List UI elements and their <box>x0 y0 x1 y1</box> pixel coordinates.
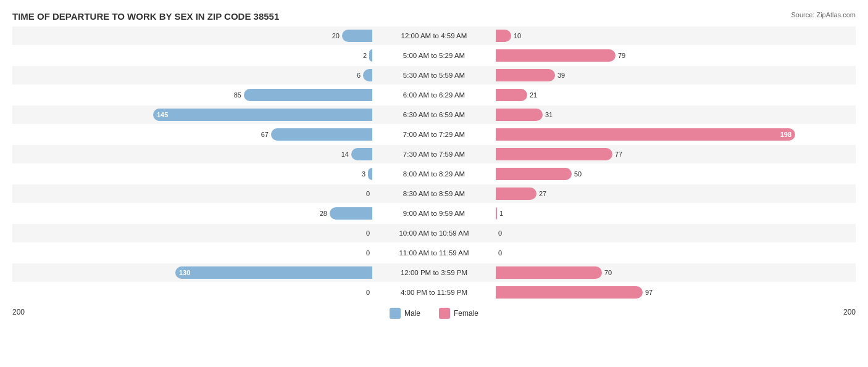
male-bar-section: 130 <box>12 263 372 282</box>
female-bar <box>496 286 643 299</box>
time-label: 6:00 AM to 6:29 AM <box>372 91 496 99</box>
female-bar <box>496 30 511 42</box>
female-bar-section: 27 <box>496 184 856 203</box>
male-value: 145 <box>157 111 168 118</box>
female-value: 198 <box>780 131 791 138</box>
legend-female: Female <box>439 308 478 319</box>
female-value: 0 <box>498 229 511 237</box>
female-value: 79 <box>618 52 630 59</box>
time-label: 8:00 AM to 8:29 AM <box>372 170 496 178</box>
female-value: 31 <box>545 111 557 118</box>
female-bar <box>496 49 616 62</box>
male-bar-section: 85 <box>12 86 372 104</box>
bottom-axis-row: 200 Male Female 200 <box>12 305 856 319</box>
chart-title: TIME OF DEPARTURE TO WORK BY SEX IN ZIP … <box>12 11 856 22</box>
table-row: 04:00 PM to 11:59 PM97 <box>12 283 856 302</box>
female-value: 50 <box>574 170 586 178</box>
female-bar-section: 70 <box>496 263 856 282</box>
male-value: 0 <box>357 190 370 197</box>
male-bar <box>368 168 372 180</box>
time-label: 5:30 AM to 5:59 AM <box>372 72 496 79</box>
time-label: 10:00 AM to 10:59 AM <box>372 229 496 237</box>
time-label: 6:30 AM to 6:59 AM <box>372 111 496 118</box>
female-value: 10 <box>514 32 526 39</box>
table-row: 010:00 AM to 10:59 AM0 <box>12 224 856 242</box>
table-row: 65:30 AM to 5:59 AM39 <box>12 66 856 85</box>
time-label: 9:00 AM to 9:59 AM <box>372 210 496 217</box>
male-value: 130 <box>179 269 190 276</box>
male-bar <box>330 207 372 220</box>
table-row: 2012:00 AM to 4:59 AM10 <box>12 27 856 45</box>
male-bar-section: 14 <box>12 145 372 163</box>
male-value: 2 <box>354 52 367 59</box>
female-bar-section: 0 <box>496 244 856 262</box>
male-bar-section: 6 <box>12 66 372 85</box>
male-bar-section: 20 <box>12 27 372 45</box>
time-label: 11:00 AM to 11:59 AM <box>372 249 496 257</box>
male-bar <box>342 30 372 42</box>
male-bar <box>271 128 372 141</box>
female-value: 39 <box>557 72 570 79</box>
male-bar-section: 0 <box>12 224 372 242</box>
male-value: 6 <box>348 72 361 79</box>
time-label: 12:00 AM to 4:59 AM <box>372 32 496 39</box>
table-row: 147:30 AM to 7:59 AM77 <box>12 145 856 163</box>
table-row: 677:00 AM to 7:29 AM198 <box>12 125 856 144</box>
female-bar-section: 21 <box>496 86 856 104</box>
time-label: 7:30 AM to 7:59 AM <box>372 151 496 158</box>
male-bar: 145 <box>153 109 372 121</box>
legend: Male Female <box>390 308 478 319</box>
axis-left-label: 200 <box>12 308 25 316</box>
legend-male: Male <box>390 308 420 319</box>
male-value: 0 <box>357 229 370 237</box>
male-bar-section: 3 <box>12 165 372 183</box>
male-bar <box>351 148 372 160</box>
table-row: 011:00 AM to 11:59 AM0 <box>12 244 856 262</box>
male-value: 0 <box>357 289 370 296</box>
female-bar <box>496 168 572 180</box>
male-bar-section: 0 <box>12 184 372 203</box>
male-value: 3 <box>353 170 365 178</box>
male-bar <box>244 89 372 101</box>
male-bar: 130 <box>175 266 372 279</box>
male-bar <box>363 69 372 81</box>
female-bar-section: 77 <box>496 145 856 163</box>
female-bar-section: 31 <box>496 105 856 124</box>
time-label: 5:00 AM to 5:29 AM <box>372 52 496 59</box>
time-label: 7:00 AM to 7:29 AM <box>372 131 496 138</box>
legend-female-box <box>439 308 450 319</box>
male-bar-section: 28 <box>12 204 372 223</box>
female-bar-section: 50 <box>496 165 856 183</box>
female-value: 77 <box>615 151 627 158</box>
female-bar <box>496 207 497 220</box>
table-row: 08:30 AM to 8:59 AM27 <box>12 184 856 203</box>
time-label: 12:00 PM to 3:59 PM <box>372 269 496 276</box>
male-bar-section: 67 <box>12 125 372 144</box>
female-bar-section: 79 <box>496 46 856 65</box>
time-label: 4:00 PM to 11:59 PM <box>372 289 496 296</box>
female-bar: 198 <box>496 128 795 141</box>
source-text: Source: ZipAtlas.com <box>791 11 856 19</box>
table-row: 856:00 AM to 6:29 AM21 <box>12 86 856 104</box>
male-bar-section: 145 <box>12 105 372 124</box>
table-row: 13012:00 PM to 3:59 PM70 <box>12 263 856 282</box>
male-value: 14 <box>336 151 349 158</box>
legend-female-label: Female <box>454 309 478 318</box>
male-bar-section: 2 <box>12 46 372 65</box>
female-bar-section: 97 <box>496 283 856 302</box>
table-row: 25:00 AM to 5:29 AM79 <box>12 46 856 65</box>
female-value: 1 <box>499 210 512 217</box>
male-value: 28 <box>315 210 327 217</box>
female-bar <box>496 188 536 200</box>
female-bar <box>496 69 555 81</box>
female-bar <box>496 266 602 279</box>
table-row: 38:00 AM to 8:29 AM50 <box>12 165 856 183</box>
female-bar <box>496 148 612 160</box>
female-bar-section: 1 <box>496 204 856 223</box>
male-bar-section: 0 <box>12 283 372 302</box>
female-bar-section: 39 <box>496 66 856 85</box>
female-value: 27 <box>539 190 551 197</box>
legend-male-label: Male <box>404 309 420 318</box>
chart-container: TIME OF DEPARTURE TO WORK BY SEX IN ZIP … <box>0 0 868 367</box>
time-label: 8:30 AM to 8:59 AM <box>372 190 496 197</box>
